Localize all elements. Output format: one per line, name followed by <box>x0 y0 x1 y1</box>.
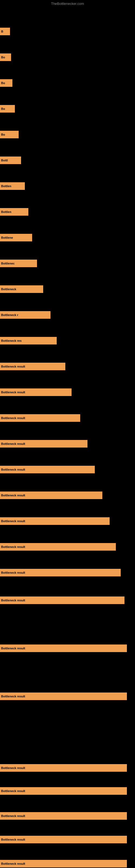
bar-item: Bottleneck result <box>0 414 135 422</box>
bar: Bottlen <box>0 208 28 216</box>
bar-item: Bottleneck result <box>0 644 135 653</box>
bar-item: Bo <box>0 53 135 62</box>
bar-item: Bottleneck result <box>0 596 135 604</box>
bar-label: Bottlen <box>1 184 11 188</box>
bar: Bottleneck result <box>0 812 127 820</box>
bar: Bottleneck result <box>0 787 127 795</box>
bar: Bottleneck result <box>0 645 127 652</box>
bar-item: Bottleneck <box>0 285 135 293</box>
bar-label: Bottleneck result <box>1 416 25 420</box>
bar: Bottleneck <box>0 285 43 293</box>
bar-item: Bottl <box>0 156 135 165</box>
bar-label: Bottleneck result <box>1 468 25 471</box>
bar-label: Bottleneck <box>1 287 16 291</box>
bar-item: Bottleneck result <box>0 835 135 844</box>
bar: Bottleneck result <box>0 517 109 525</box>
bar: Bottleneck res <box>0 337 57 344</box>
bar-label: Bottleneck result <box>1 442 25 445</box>
bar-label: Bo <box>1 82 5 85</box>
bar-label: Bottlene <box>1 236 13 239</box>
bar-label: Bo <box>1 133 5 136</box>
bar-label: Bottleneck result <box>1 571 25 574</box>
bar-label: Bottleneck result <box>1 695 25 698</box>
bar-label: Bo <box>1 56 5 59</box>
bar-item: Bottleneck r <box>0 311 135 319</box>
bar-item: Bottleneck result <box>0 568 135 577</box>
bar: Bottleneck result <box>0 363 65 370</box>
bar-label: Bo <box>1 107 5 111</box>
bar-label: Bottleneck result <box>1 599 25 602</box>
bar-item: Bottleneck result <box>0 859 135 868</box>
bar-item: Bottleneck result <box>0 764 135 772</box>
bar-label: Bottlenec <box>1 262 14 265</box>
bar: Bo <box>0 54 11 61</box>
bar: Bo <box>0 79 12 87</box>
bar: Bottleneck result <box>0 440 87 447</box>
bar-label: Bottleneck r <box>1 313 18 316</box>
bar: Bo <box>0 131 18 138</box>
bar-item: Bottleneck result <box>0 786 135 795</box>
bar: Bo <box>0 105 15 113</box>
bar: Bottlene <box>0 234 32 241</box>
bar: Bottleneck result <box>0 492 102 499</box>
bar: Bottleneck result <box>0 596 125 604</box>
bar-label: Bottleneck result <box>1 365 25 368</box>
bar-label: Bottlen <box>1 210 11 214</box>
bar-label: Bottleneck result <box>1 814 25 817</box>
bar-label: B <box>1 30 3 33</box>
bar-item: Bo <box>0 79 135 87</box>
bar-label: Bottleneck result <box>1 520 25 523</box>
bar-item: Bottleneck result <box>0 517 135 525</box>
bar-item: Bottlenec <box>0 259 135 268</box>
bar-item: Bottlene <box>0 233 135 242</box>
bar: Bottleneck result <box>0 543 116 551</box>
bar-label: Bottleneck result <box>1 838 25 841</box>
bar-label: Bottleneck result <box>1 391 25 394</box>
bar-item: Bo <box>0 104 135 113</box>
bar-item: Bottleneck result <box>0 388 135 397</box>
bar-item: Bo <box>0 130 135 139</box>
bar-label: Bottl <box>1 159 8 162</box>
bar: Bottl <box>0 156 21 164</box>
bar-label: Bottleneck res <box>1 339 21 342</box>
bar: Bottleneck result <box>0 389 72 396</box>
bar-item: Bottleneck result <box>0 692 135 701</box>
bar-label: Bottleneck result <box>1 766 25 770</box>
bar: Bottleneck result <box>0 836 127 843</box>
bar: Bottlen <box>0 182 25 190</box>
bar-label: Bottleneck result <box>1 545 25 549</box>
bar: Bottleneck result <box>0 764 127 772</box>
bar-label: Bottleneck result <box>1 647 25 650</box>
bar-item: B <box>0 27 135 36</box>
site-title: TheBottlenecker.com <box>0 0 135 7</box>
bar-item: Bottlen <box>0 182 135 190</box>
bar-item: Bottleneck result <box>0 542 135 551</box>
bar: Bottleneck result <box>0 414 80 422</box>
bar-item: Bottlen <box>0 208 135 216</box>
bar: B <box>0 28 10 35</box>
bar: Bottlenec <box>0 259 37 267</box>
bar-item: Bottleneck res <box>0 336 135 345</box>
bar: Bottleneck result <box>0 860 127 867</box>
bar-item: Bottleneck result <box>0 491 135 500</box>
bar-item: Bottleneck result <box>0 439 135 448</box>
bar-item: Bottleneck result <box>0 465 135 474</box>
bar: Bottleneck result <box>0 692 127 700</box>
bar: Bottleneck r <box>0 311 50 319</box>
bar-item: Bottleneck result <box>0 812 135 820</box>
bar-label: Bottleneck result <box>1 789 25 793</box>
bar-label: Bottleneck result <box>1 862 25 865</box>
bar: Bottleneck result <box>0 569 121 577</box>
bar-item: Bottleneck result <box>0 362 135 371</box>
bar-label: Bottleneck result <box>1 494 25 497</box>
bar: Bottleneck result <box>0 466 95 473</box>
